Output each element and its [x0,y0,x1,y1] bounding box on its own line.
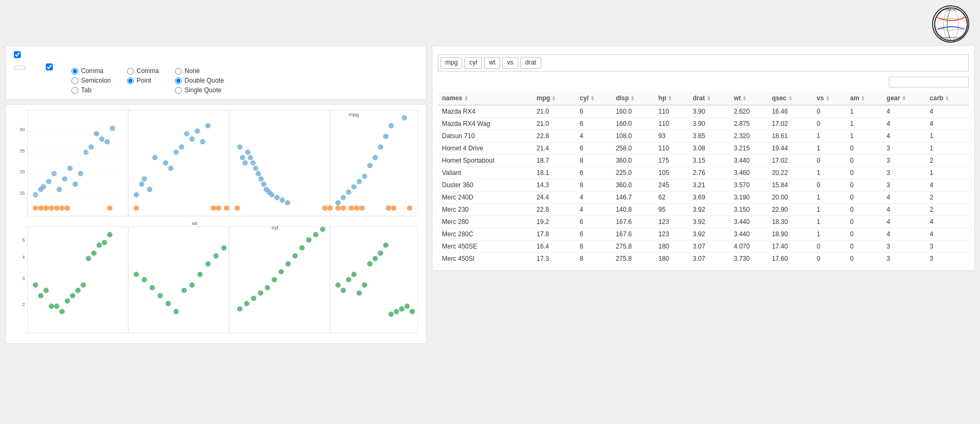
table-cell: 15.84 [768,179,813,191]
separator-tab[interactable]: Tab [71,86,111,94]
table-cell: 360.0 [612,155,654,167]
parcourir-button[interactable] [14,66,26,70]
table-cell: 17.02 [768,118,813,130]
table-cell: 18.7 [532,155,575,167]
quote-double[interactable]: Double Quote [175,77,224,84]
decimal-comma[interactable]: Comma [127,67,159,75]
svg-point-118 [97,243,102,248]
table-cell: 4.070 [729,241,768,253]
columns-tags-container[interactable]: mpgcylwtvsdrat [438,54,969,71]
table-header-drat[interactable]: drat [688,92,729,105]
table-cell: 4 [926,228,969,241]
svg-rect-13 [330,227,417,333]
svg-point-149 [351,272,357,277]
svg-point-134 [244,301,250,306]
quote-single[interactable]: Single Quote [175,86,224,94]
table-cell: 3.69 [688,191,729,204]
table-cell: 62 [654,191,688,204]
svg-point-51 [152,155,158,161]
table-header-mpg[interactable]: mpg [532,92,575,105]
svg-point-28 [57,187,62,192]
table-header-hp[interactable]: hp [654,92,688,105]
svg-point-37 [94,131,99,137]
decimal-point[interactable]: Point [127,77,159,84]
table-header-names[interactable]: names [438,92,532,105]
table-cell: 3.85 [688,130,729,142]
table-cell: 108.0 [612,130,654,142]
svg-point-120 [107,232,113,237]
svg-point-44 [49,205,54,211]
separator-semicolon[interactable]: Semicolon [71,77,111,84]
table-cell: 175 [654,155,688,167]
svg-point-30 [67,165,73,171]
table-header-am[interactable]: am [846,92,882,105]
table-header-qsec[interactable]: qsec [768,92,813,105]
table-cell: 105 [654,167,688,179]
table-cell: 3.150 [729,204,768,216]
table-cell: 17.3 [532,253,575,265]
svg-point-45 [54,205,59,211]
table-cell: Merc 450Sl [438,253,532,265]
svg-point-104 [391,205,397,211]
table-cell: 167.6 [612,228,654,241]
table-row: Datsun 71022.84108.0933.852.32018.611141 [438,130,969,142]
table-header-wt[interactable]: wt [729,92,768,105]
svg-point-109 [49,303,54,309]
column-tag[interactable]: wt [484,57,500,69]
svg-point-110 [54,303,59,309]
table-cell: 2 [926,191,969,204]
display-settings-checkbox[interactable] [14,51,21,58]
svg-point-31 [73,181,78,187]
svg-point-82 [285,200,290,205]
svg-point-91 [362,173,367,179]
svg-point-64 [211,205,216,211]
svg-point-72 [251,161,256,166]
table-cell: 8 [575,253,612,265]
table-cell: Valiant [438,167,532,179]
header-checkbox-label[interactable] [46,63,55,70]
table-cell: 20.22 [768,167,813,179]
svg-point-75 [259,176,264,181]
svg-point-154 [378,251,383,256]
table-header-carb[interactable]: carb [926,92,969,105]
svg-point-122 [142,277,147,283]
header-checkbox[interactable] [46,63,53,70]
svg-rect-9 [330,110,417,216]
settings-section: Comma Semicolon Tab Comma [5,45,427,100]
column-tag[interactable]: vs [502,57,518,69]
table-cell: 360.0 [612,179,654,191]
table-cell: 93 [654,130,688,142]
svg-text:wt: wt [191,220,197,226]
svg-point-158 [399,306,404,311]
svg-point-130 [205,261,211,267]
column-tag[interactable]: mpg [440,57,462,69]
table-header-vs[interactable]: vs [813,92,846,105]
svg-point-66 [224,205,229,211]
svg-point-62 [134,192,139,197]
separator-comma[interactable]: Comma [71,67,111,75]
column-tag[interactable]: cyl [464,57,482,69]
svg-point-112 [65,298,70,303]
table-header-dlsp[interactable]: dlsp [612,92,654,105]
table-header-cyl[interactable]: cyl [575,92,612,105]
svg-point-128 [189,283,195,288]
svg-point-58 [189,137,195,142]
quote-none[interactable]: None [175,67,224,75]
svg-text:30: 30 [20,127,25,132]
table-cell: 3 [882,167,926,179]
svg-point-74 [256,171,261,176]
svg-point-160 [409,309,415,314]
svg-point-49 [139,181,144,187]
svg-point-87 [341,195,346,200]
svg-point-100 [349,205,354,211]
svg-point-99 [341,205,346,211]
column-tag[interactable]: drat [520,57,541,69]
table-header-gear[interactable]: gear [882,92,926,105]
table-cell: 160.0 [612,118,654,130]
table-row: Mazda RX4 Wag21.06160.01103.902.87517.02… [438,118,969,130]
svg-point-50 [142,176,147,181]
svg-rect-7 [128,110,229,216]
search-input[interactable] [889,77,969,87]
table-cell: 22.90 [768,204,813,216]
table-cell: 0 [813,118,846,130]
